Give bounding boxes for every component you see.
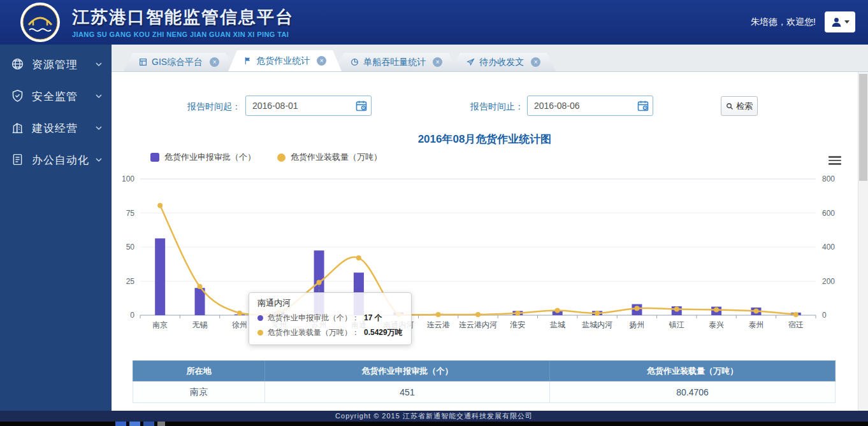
right-axis-tick-label: 400 (822, 243, 835, 252)
tab-close-icon[interactable]: × (210, 57, 219, 67)
table-header-cell: 所在地 (133, 361, 265, 381)
sidebar-item-construction-operation[interactable]: 建设经营 (0, 112, 112, 144)
x-axis-category-label: 常州 (271, 320, 287, 329)
globe-icon (11, 57, 25, 71)
line-series-path (160, 206, 796, 315)
sidebar-item-resource-management[interactable]: 资源管理 (0, 48, 112, 80)
pie-icon (351, 58, 359, 66)
shield-icon (11, 89, 25, 103)
right-axis-tick-label: 200 (822, 277, 835, 286)
line-point-连云港内河[interactable] (475, 312, 481, 317)
line-point-扬州[interactable] (634, 306, 639, 311)
app-window: 江苏港口智能监管信息平台 JIANG SU GANG KOU ZHI NENG … (0, 0, 868, 426)
right-axis-tick-label: 800 (822, 174, 835, 183)
x-axis-category-label: 连云港内河 (459, 320, 497, 329)
document-icon (11, 153, 25, 167)
x-axis-category-label: 南京 (152, 320, 168, 329)
x-axis-category-label: 盐城 (550, 320, 565, 329)
line-point-南通[interactable] (356, 255, 361, 260)
tab-label: 危货作业统计 (256, 55, 310, 67)
date-start-input[interactable] (245, 96, 372, 116)
line-point-宿迁[interactable] (793, 312, 799, 317)
line-point-苏州[interactable] (317, 280, 322, 285)
vertical-scrollbar[interactable] (858, 72, 868, 411)
tab-close-icon[interactable]: × (433, 57, 442, 67)
line-point-盐城[interactable] (555, 308, 560, 313)
title-block: 江苏港口智能监管信息平台 JIANG SU GANG KOU ZHI NENG … (72, 6, 294, 38)
tab-close-icon[interactable]: × (317, 56, 326, 66)
scrollbar-thumb[interactable] (859, 74, 867, 181)
table-header-row: 所在地危货作业申报审批（个）危货作业装载量（万吨） (133, 361, 835, 381)
line-point-常州[interactable] (277, 310, 282, 315)
tab-dangerous-cargo-stats[interactable]: 危货作业统计× (228, 50, 342, 71)
search-button[interactable]: 检索 (721, 96, 758, 116)
left-axis-tick-label: 75 (126, 209, 135, 218)
line-point-淮安[interactable] (515, 311, 520, 316)
building-icon (11, 121, 25, 135)
sidebar-item-label: 办公自动化 (32, 153, 95, 167)
sidebar-item-safety-supervision[interactable]: 安全监管 (0, 80, 112, 112)
send-icon (467, 58, 475, 66)
x-axis-category-label: 泰兴 (709, 320, 724, 329)
calendar-icon[interactable] (355, 99, 368, 112)
tab-close-icon[interactable]: × (531, 57, 540, 67)
line-point-泰州[interactable] (754, 309, 759, 314)
stats-table: 所在地危货作业申报审批（个）危货作业装载量（万吨）南京45180.4706 (133, 360, 835, 403)
chart-legend: 危货作业申报审批（个）危货作业装载量（万吨） (150, 152, 382, 163)
left-axis-tick-label: 25 (126, 277, 135, 286)
x-axis-category-label: 镇江 (669, 320, 684, 329)
x-axis-category-label: 徐州 (232, 320, 247, 329)
app-subtitle: JIANG SU GANG KOU ZHI NENG JIAN GUAN XIN… (72, 31, 294, 38)
user-menu-button[interactable] (825, 11, 855, 32)
search-button-label: 检索 (736, 101, 753, 112)
toolbox-menu-icon[interactable] (828, 156, 841, 167)
legend-label: 危货作业申报审批（个） (164, 152, 256, 163)
chevron-down-icon (95, 124, 103, 132)
bar-南通[interactable] (354, 273, 364, 315)
table-cell: 南京 (133, 381, 265, 403)
x-axis-category-label: 连云港 (427, 320, 450, 329)
table-row: 南京45180.4706 (133, 381, 835, 403)
line-point-无锡[interactable] (198, 284, 203, 289)
sidebar-item-label: 建设经营 (32, 121, 95, 136)
line-point-南通内河[interactable] (396, 312, 401, 317)
tab-ship-throughput-stats[interactable]: 单船吞吐量统计× (335, 53, 458, 71)
table-header-cell: 危货作业申报审批（个） (265, 361, 550, 381)
tab-gis-platform[interactable]: GIS综合平台× (124, 53, 235, 71)
line-point-镇江[interactable] (674, 306, 679, 311)
calendar-icon[interactable] (637, 99, 649, 112)
tabbar: GIS综合平台×危货作业统计×单船吞吐量统计×待办收发文× (112, 45, 868, 72)
table-cell: 80.4706 (550, 381, 835, 403)
x-axis-category-label: 南通 (351, 320, 366, 329)
bar-line-chart: 00252005040075600100800南京无锡徐州常州苏州南通南通内河连… (118, 167, 844, 339)
legend-item-bar-series[interactable]: 危货作业申报审批（个） (150, 152, 256, 163)
line-point-盐城内河[interactable] (595, 311, 600, 316)
chevron-down-icon (95, 92, 103, 100)
legend-item-line-series[interactable]: 危货作业装载量（万吨） (277, 152, 382, 163)
left-axis-tick-label: 50 (126, 243, 135, 252)
tab-label: 待办收发文 (479, 57, 524, 68)
footer-copyright: Copyright © 2015 江苏省新通智能交通科技发展有限公司 (0, 411, 868, 422)
tab-label: 单船吞吐量统计 (363, 57, 426, 68)
line-point-连云港[interactable] (436, 312, 441, 317)
date-start-label: 报告时间起： (177, 101, 241, 113)
sidebar-item-office-automation[interactable]: 办公自动化 (0, 144, 112, 176)
line-point-泰兴[interactable] (714, 307, 719, 312)
map-icon (139, 58, 147, 66)
table-header-cell: 危货作业装载量（万吨） (550, 361, 835, 381)
bar-series-swatch (150, 153, 159, 162)
caret-down-icon (844, 20, 850, 24)
tab-pending-documents[interactable]: 待办收发文× (451, 53, 556, 71)
line-point-南京[interactable] (157, 203, 163, 208)
x-axis-category-label: 淮安 (510, 320, 525, 329)
left-axis-tick-label: 100 (122, 174, 134, 183)
date-end-input[interactable] (527, 96, 653, 116)
x-axis-category-label: 宿迁 (788, 320, 804, 329)
sidebar-item-label: 安全监管 (32, 89, 95, 104)
chevron-down-icon (95, 156, 103, 164)
line-point-徐州[interactable] (237, 311, 242, 316)
taskbar-strip (0, 422, 868, 426)
chevron-down-icon (95, 60, 103, 68)
bar-南京[interactable] (155, 238, 165, 315)
x-axis-category-label: 盐城内河 (582, 320, 612, 329)
